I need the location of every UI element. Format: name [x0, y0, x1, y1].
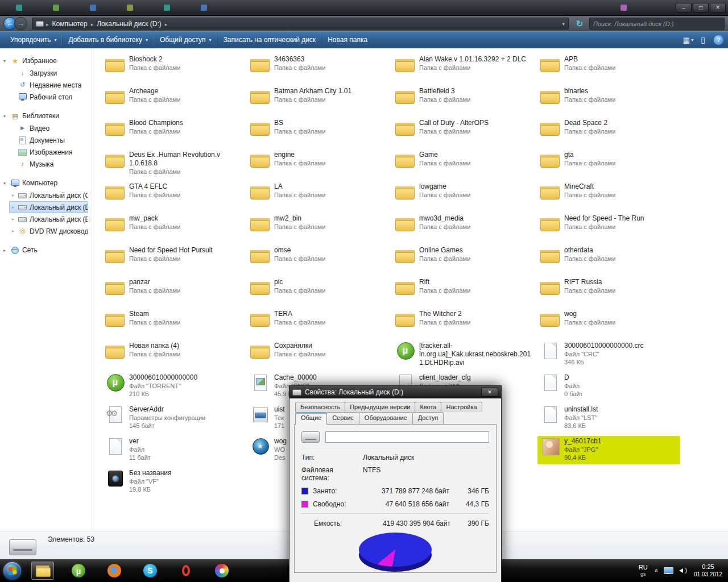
file-item[interactable]: y_46017cb1Файл "JPG"90,4 КБ [537, 436, 680, 464]
refresh-button[interactable] [573, 18, 586, 30]
paint-icon[interactable] [210, 562, 233, 580]
file-item[interactable]: APBПапка с файлами [537, 54, 680, 82]
file-item[interactable]: The Witcher 2Папка с файлами [392, 309, 535, 337]
file-item[interactable]: panzarПапка с файлами [102, 277, 245, 305]
sidebar-section-header[interactable]: ▸Сеть [0, 244, 92, 256]
volume-icon[interactable] [679, 567, 688, 574]
sidebar-item[interactable]: ▸Локальный диск (D: [9, 201, 88, 213]
file-item[interactable]: binariesПапка с файлами [537, 86, 680, 114]
file-item[interactable]: RIFT RussiaПапка с файлами [537, 277, 680, 305]
file-item[interactable]: Без названияФайл "VF"19,8 КБ [102, 468, 245, 496]
file-item[interactable]: [tracker.all-in.org.ua]_Kak.ukrast.nebos… [392, 340, 535, 369]
dialog-tab[interactable]: Безопасность [295, 402, 345, 412]
sidebar-item[interactable]: Документы [9, 134, 88, 146]
toolbar-button-1[interactable]: Упорядочить▾ [5, 34, 62, 46]
dialog-tab[interactable]: Предыдущие версии [345, 402, 415, 412]
firefox-icon[interactable] [103, 562, 126, 580]
dialog-tab[interactable]: Сервис [326, 412, 359, 424]
sidebar-item[interactable]: Рабочий стол [9, 91, 88, 103]
sidebar-section-header[interactable]: ▾▤Библиотеки [0, 110, 92, 122]
file-item[interactable]: uninstall.lstФайл "LST"83,6 КБ [537, 404, 680, 433]
search-box[interactable] [589, 18, 725, 30]
file-item[interactable]: Dead Space 2Папка с файлами [537, 118, 680, 146]
sidebar-item[interactable]: ▸◎DVD RW дисковод ( [9, 225, 88, 237]
file-item[interactable]: engineПапка с файлами [247, 149, 390, 178]
file-item[interactable]: Deus Ex .Human Revolution.v 1.0.618.8Пап… [102, 149, 245, 178]
file-item[interactable]: Bioshock 2Папка с файлами [102, 54, 245, 82]
dialog-close-button[interactable] [481, 388, 498, 397]
dialog-tab[interactable]: Квота [415, 402, 441, 412]
show-hidden-icons-button[interactable] [652, 569, 659, 572]
dialog-tab[interactable]: Общие [295, 412, 327, 425]
file-item[interactable]: GameПапка с файлами [392, 149, 535, 178]
file-item[interactable]: DФайл0 байт [537, 372, 680, 401]
dialog-tab[interactable]: Оборудование [359, 412, 413, 424]
file-item[interactable]: Battlefield 3Папка с файлами [392, 86, 535, 114]
dialog-tab[interactable]: Настройка [441, 402, 482, 412]
toolbar-button-3[interactable]: Общий доступ▾ [154, 34, 217, 46]
file-item[interactable]: Batman Arkham City 1.01Папка с файлами [247, 86, 390, 114]
file-item[interactable]: omseПапка с файлами [247, 245, 390, 273]
sidebar-item[interactable]: ↓Загрузки [9, 67, 88, 79]
file-item[interactable]: GTA 4 EFLCПапка с файлами [102, 181, 245, 210]
file-item[interactable]: СохранялкиПапка с файлами [247, 340, 390, 369]
file-item[interactable]: LAПапка с файлами [247, 181, 390, 210]
explorer-icon[interactable] [31, 562, 54, 580]
breadcrumb-dropdown-icon[interactable] [562, 21, 565, 27]
file-item[interactable]: TERAПапка с файлами [247, 309, 390, 337]
sidebar-section-header[interactable]: ▾★Избранное [0, 55, 92, 67]
toolbar-button-5[interactable]: Новая папка [321, 34, 373, 46]
skype-icon[interactable] [139, 562, 162, 580]
dialog-tab[interactable]: Доступ [412, 412, 444, 424]
file-item[interactable]: lowgameПапка с файлами [392, 181, 535, 210]
file-item[interactable]: ServerAddrПараметры конфигурации145 байт [102, 404, 245, 433]
volume-label-input[interactable] [325, 431, 489, 443]
breadcrumb-item[interactable]: Локальный диск (D:) [96, 20, 163, 28]
file-item[interactable]: RiftПапка с файлами [392, 277, 535, 305]
maximize-button[interactable] [693, 3, 709, 13]
file-item[interactable]: picПапка с файлами [247, 277, 390, 305]
search-input[interactable] [593, 20, 721, 27]
toolbar-button-2[interactable]: Добавить в библиотеку▾ [62, 34, 154, 46]
file-item[interactable]: verФайл11 байт [102, 436, 245, 464]
sidebar-item[interactable]: Изображения [9, 146, 88, 158]
file-item[interactable]: BSПапка с файлами [247, 118, 390, 146]
file-item[interactable]: Новая папка (4)Папка с файлами [102, 340, 245, 369]
taskbar-clock[interactable]: 0:25 01.03.2012 [694, 563, 722, 578]
network-icon[interactable] [664, 567, 673, 574]
file-item[interactable]: Blood ChampionsПапка с файлами [102, 118, 245, 146]
breadcrumb[interactable]: ▸Компьютер▸Локальный диск (D:)▸ [32, 18, 569, 30]
file-item[interactable]: otherdataПапка с файлами [537, 245, 680, 273]
utorrent-icon[interactable] [67, 562, 90, 580]
sidebar-item[interactable]: ▸Локальный диск (E: [9, 213, 88, 225]
file-item[interactable]: 34636363Папка с файлами [247, 54, 390, 82]
opera-icon[interactable] [175, 562, 197, 580]
file-item[interactable]: MineCraftПапка с файлами [537, 181, 680, 210]
file-item[interactable]: Alan Wake.v 1.01.16.3292 + 2 DLCПапка с … [392, 54, 535, 82]
file-item[interactable]: wogПапка с файлами [537, 309, 680, 337]
file-item[interactable]: ArcheageПапка с файлами [102, 86, 245, 114]
sidebar-item[interactable]: ↺Недавние места [9, 79, 88, 91]
sidebar-item[interactable]: ▶Видео [9, 122, 88, 134]
sidebar-item[interactable]: ▸Локальный диск (C: [9, 189, 88, 201]
dialog-titlebar[interactable]: Свойства: Локальный диск (D:) [289, 386, 501, 398]
file-item[interactable]: mw_packПапка с файлами [102, 213, 245, 242]
file-item[interactable]: 300006010000000000Файл "TORRENT"210 КБ [102, 372, 245, 401]
file-item[interactable]: 300006010000000000.crcФайл "CRC"346 КБ [537, 340, 680, 369]
file-item[interactable]: mw2_binПапка с файлами [247, 213, 390, 242]
breadcrumb-item[interactable]: Компьютер [51, 20, 89, 28]
start-button[interactable] [3, 562, 21, 580]
forward-button[interactable] [14, 17, 27, 30]
file-item[interactable]: SteamПапка с файлами [102, 309, 245, 337]
file-item[interactable]: gtaПапка с файлами [537, 149, 680, 178]
close-button[interactable] [710, 3, 726, 13]
file-item[interactable]: mwo3d_mediaПапка с файлами [392, 213, 535, 242]
sidebar-item[interactable]: ♪Музыка [9, 158, 88, 170]
language-indicator[interactable]: RU gs [639, 564, 648, 577]
file-item[interactable]: Call of Duty - AlterOPSПапка с файлами [392, 118, 535, 146]
file-item[interactable]: Online GamesПапка с файлами [392, 245, 535, 273]
sidebar-section-header[interactable]: ▾Компьютер [0, 177, 92, 189]
help-button[interactable] [714, 35, 723, 45]
file-item[interactable]: Need for Speed - The RunПапка с файлами [537, 213, 680, 242]
toolbar-button-4[interactable]: Записать на оптический диск [217, 34, 322, 46]
